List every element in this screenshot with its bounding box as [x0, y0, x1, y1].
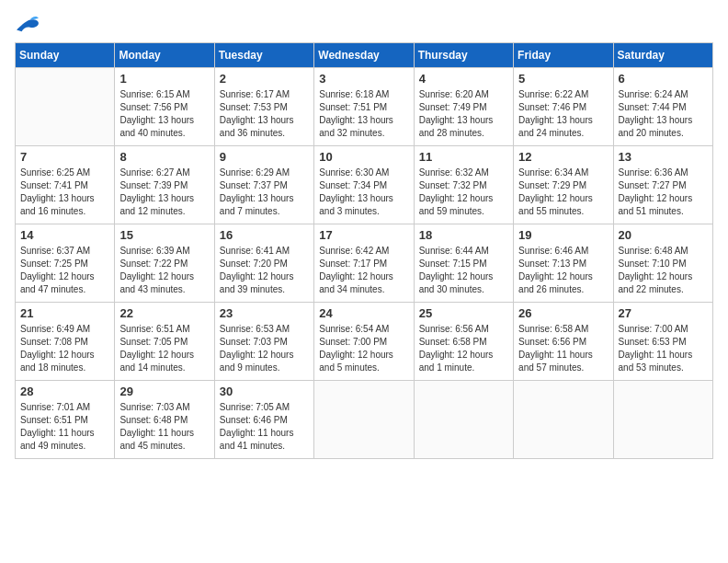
day-info: Sunrise: 6:41 AMSunset: 7:20 PMDaylight:…	[220, 245, 309, 296]
day-number: 27	[619, 306, 708, 320]
calendar-cell: 28Sunrise: 7:01 AMSunset: 6:51 PMDayligh…	[16, 381, 115, 459]
day-number: 18	[419, 228, 508, 242]
day-number: 22	[119, 306, 209, 320]
calendar-cell: 4Sunrise: 6:20 AMSunset: 7:49 PMDaylight…	[414, 68, 513, 146]
day-info: Sunrise: 6:49 AMSunset: 7:08 PMDaylight:…	[20, 323, 109, 374]
logo	[15, 15, 44, 35]
calendar-cell: 15Sunrise: 6:39 AMSunset: 7:22 PMDayligh…	[115, 224, 214, 303]
calendar-cell	[314, 381, 414, 459]
calendar-week-row: 7Sunrise: 6:25 AMSunset: 7:41 PMDaylight…	[16, 146, 713, 224]
day-number: 20	[619, 228, 708, 242]
calendar-cell: 27Sunrise: 7:00 AMSunset: 6:53 PMDayligh…	[613, 303, 712, 381]
day-info: Sunrise: 6:53 AMSunset: 7:03 PMDaylight:…	[220, 323, 309, 374]
weekday-header-friday: Friday	[514, 43, 613, 68]
calendar-cell: 17Sunrise: 6:42 AMSunset: 7:17 PMDayligh…	[314, 224, 414, 303]
day-number: 3	[319, 72, 408, 86]
calendar-cell: 9Sunrise: 6:29 AMSunset: 7:37 PMDaylight…	[214, 146, 313, 224]
calendar-cell: 13Sunrise: 6:36 AMSunset: 7:27 PMDayligh…	[613, 146, 712, 224]
day-info: Sunrise: 7:05 AMSunset: 6:46 PMDaylight:…	[220, 401, 309, 453]
day-info: Sunrise: 6:22 AMSunset: 7:46 PMDaylight:…	[518, 88, 608, 140]
weekday-header-row: SundayMondayTuesdayWednesdayThursdayFrid…	[16, 43, 713, 68]
calendar-cell: 2Sunrise: 6:17 AMSunset: 7:53 PMDaylight…	[214, 68, 313, 146]
day-number: 16	[220, 228, 309, 242]
calendar-cell: 20Sunrise: 6:48 AMSunset: 7:10 PMDayligh…	[613, 224, 712, 303]
calendar-cell: 23Sunrise: 6:53 AMSunset: 7:03 PMDayligh…	[214, 303, 313, 381]
day-info: Sunrise: 6:37 AMSunset: 7:25 PMDaylight:…	[20, 245, 109, 296]
calendar-cell: 10Sunrise: 6:30 AMSunset: 7:34 PMDayligh…	[314, 146, 414, 224]
calendar-cell: 3Sunrise: 6:18 AMSunset: 7:51 PMDaylight…	[314, 68, 414, 146]
day-number: 7	[20, 150, 109, 164]
calendar-cell: 5Sunrise: 6:22 AMSunset: 7:46 PMDaylight…	[514, 68, 613, 146]
day-number: 9	[220, 150, 309, 164]
day-number: 11	[419, 150, 508, 164]
calendar-cell: 22Sunrise: 6:51 AMSunset: 7:05 PMDayligh…	[115, 303, 214, 381]
calendar-table: SundayMondayTuesdayWednesdayThursdayFrid…	[15, 42, 713, 459]
day-info: Sunrise: 6:44 AMSunset: 7:15 PMDaylight:…	[419, 245, 508, 296]
calendar-cell: 1Sunrise: 6:15 AMSunset: 7:56 PMDaylight…	[115, 68, 214, 146]
page-header	[15, 15, 713, 35]
calendar-cell: 24Sunrise: 6:54 AMSunset: 7:00 PMDayligh…	[314, 303, 414, 381]
calendar-week-row: 14Sunrise: 6:37 AMSunset: 7:25 PMDayligh…	[16, 224, 713, 303]
calendar-cell: 8Sunrise: 6:27 AMSunset: 7:39 PMDaylight…	[115, 146, 214, 224]
calendar-cell: 7Sunrise: 6:25 AMSunset: 7:41 PMDaylight…	[16, 146, 115, 224]
day-number: 23	[220, 306, 309, 320]
day-info: Sunrise: 6:27 AMSunset: 7:39 PMDaylight:…	[119, 167, 209, 218]
day-info: Sunrise: 6:54 AMSunset: 7:00 PMDaylight:…	[319, 323, 408, 374]
day-number: 5	[518, 72, 608, 86]
day-info: Sunrise: 6:58 AMSunset: 6:56 PMDaylight:…	[518, 323, 608, 374]
calendar-cell: 16Sunrise: 6:41 AMSunset: 7:20 PMDayligh…	[214, 224, 313, 303]
weekday-header-thursday: Thursday	[414, 43, 513, 68]
day-number: 29	[119, 385, 209, 398]
calendar-cell: 18Sunrise: 6:44 AMSunset: 7:15 PMDayligh…	[414, 224, 513, 303]
day-number: 19	[518, 228, 608, 242]
calendar-cell: 19Sunrise: 6:46 AMSunset: 7:13 PMDayligh…	[514, 224, 613, 303]
day-number: 2	[220, 72, 309, 86]
day-info: Sunrise: 6:39 AMSunset: 7:22 PMDaylight:…	[119, 245, 209, 296]
day-info: Sunrise: 6:18 AMSunset: 7:51 PMDaylight:…	[319, 88, 408, 140]
calendar-cell	[414, 381, 513, 459]
day-number: 15	[119, 228, 209, 242]
day-number: 14	[20, 228, 109, 242]
day-number: 1	[119, 72, 209, 86]
day-number: 12	[518, 150, 608, 164]
day-info: Sunrise: 6:56 AMSunset: 6:58 PMDaylight:…	[419, 323, 508, 374]
calendar-cell: 25Sunrise: 6:56 AMSunset: 6:58 PMDayligh…	[414, 303, 513, 381]
day-number: 17	[319, 228, 408, 242]
calendar-cell	[16, 68, 115, 146]
day-info: Sunrise: 6:30 AMSunset: 7:34 PMDaylight:…	[319, 167, 408, 218]
calendar-cell: 14Sunrise: 6:37 AMSunset: 7:25 PMDayligh…	[16, 224, 115, 303]
day-info: Sunrise: 6:15 AMSunset: 7:56 PMDaylight:…	[119, 88, 209, 140]
day-info: Sunrise: 7:00 AMSunset: 6:53 PMDaylight:…	[619, 323, 708, 374]
day-info: Sunrise: 7:01 AMSunset: 6:51 PMDaylight:…	[20, 401, 109, 453]
calendar-week-row: 21Sunrise: 6:49 AMSunset: 7:08 PMDayligh…	[16, 303, 713, 381]
calendar-cell	[613, 381, 712, 459]
day-number: 30	[220, 385, 309, 398]
day-info: Sunrise: 6:46 AMSunset: 7:13 PMDaylight:…	[518, 245, 608, 296]
logo-bird-icon	[15, 15, 40, 35]
calendar-cell: 26Sunrise: 6:58 AMSunset: 6:56 PMDayligh…	[514, 303, 613, 381]
calendar-cell: 30Sunrise: 7:05 AMSunset: 6:46 PMDayligh…	[214, 381, 313, 459]
calendar-cell: 6Sunrise: 6:24 AMSunset: 7:44 PMDaylight…	[613, 68, 712, 146]
calendar-week-row: 28Sunrise: 7:01 AMSunset: 6:51 PMDayligh…	[16, 381, 713, 459]
weekday-header-wednesday: Wednesday	[314, 43, 414, 68]
day-number: 10	[319, 150, 408, 164]
weekday-header-monday: Monday	[115, 43, 214, 68]
day-info: Sunrise: 6:34 AMSunset: 7:29 PMDaylight:…	[518, 167, 608, 218]
calendar-cell	[514, 381, 613, 459]
day-info: Sunrise: 6:29 AMSunset: 7:37 PMDaylight:…	[220, 167, 309, 218]
day-info: Sunrise: 6:20 AMSunset: 7:49 PMDaylight:…	[419, 88, 508, 140]
weekday-header-sunday: Sunday	[16, 43, 115, 68]
calendar-cell: 12Sunrise: 6:34 AMSunset: 7:29 PMDayligh…	[514, 146, 613, 224]
day-info: Sunrise: 6:51 AMSunset: 7:05 PMDaylight:…	[119, 323, 209, 374]
day-number: 25	[419, 306, 508, 320]
day-number: 21	[20, 306, 109, 320]
day-info: Sunrise: 6:32 AMSunset: 7:32 PMDaylight:…	[419, 167, 508, 218]
day-info: Sunrise: 6:48 AMSunset: 7:10 PMDaylight:…	[619, 245, 708, 296]
day-info: Sunrise: 6:25 AMSunset: 7:41 PMDaylight:…	[20, 167, 109, 218]
calendar-cell: 29Sunrise: 7:03 AMSunset: 6:48 PMDayligh…	[115, 381, 214, 459]
day-info: Sunrise: 6:36 AMSunset: 7:27 PMDaylight:…	[619, 167, 708, 218]
day-info: Sunrise: 7:03 AMSunset: 6:48 PMDaylight:…	[119, 401, 209, 453]
day-number: 4	[419, 72, 508, 86]
weekday-header-tuesday: Tuesday	[214, 43, 313, 68]
day-info: Sunrise: 6:17 AMSunset: 7:53 PMDaylight:…	[220, 88, 309, 140]
